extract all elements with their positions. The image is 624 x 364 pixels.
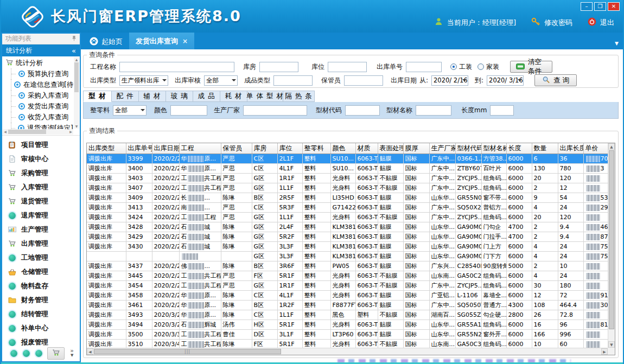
cell[interactable]: 广东中... [429,163,455,173]
cell[interactable]: ZYCJP5... [455,183,481,193]
cell[interactable]: 3458 [126,290,152,300]
cell[interactable]: B区 [252,193,277,202]
cell[interactable]: KLM3817 [330,222,355,232]
cell[interactable]: 国标 [403,154,429,163]
cell[interactable]: 1L1F [277,212,302,222]
cell[interactable]: 湖南百... [429,310,455,320]
column-header-5[interactable]: 库房 [252,143,277,154]
cell[interactable]: 国标 [403,173,429,183]
cell[interactable]: 陈琳 [221,222,252,232]
cell[interactable]: 5R1F [277,271,302,280]
cell[interactable]: 3430 [126,241,152,251]
tree-item-1[interactable]: 在途信息查询[待 [11,79,73,90]
cell[interactable]: 石城 [179,241,221,251]
radio-industrial[interactable]: 工装 [450,62,472,72]
cell[interactable]: 贴膜 [378,222,403,232]
cell[interactable]: 贴膜 [378,202,403,212]
cell[interactable]: 1R1F [277,280,302,290]
cell[interactable]: 国标 [403,310,429,320]
cell[interactable]: 工共工程 [179,271,221,280]
cell[interactable]: 2L1F [277,154,302,163]
cell[interactable]: 36 [558,154,583,163]
cell[interactable]: 2020/3/2 [152,320,179,329]
close-button[interactable]: ✕ [608,2,620,11]
cell[interactable]: 国标 [403,261,429,271]
cell[interactable]: G区 [252,241,277,251]
cell[interactable]: 整料 [302,271,330,280]
cell[interactable]: C区 [252,202,277,212]
cell[interactable]: 山东华... [429,222,455,232]
change-password-link[interactable]: 修改密码 [544,18,572,28]
cell[interactable]: 108 [532,300,558,310]
cell[interactable]: ZTBY607 [455,163,481,173]
cell[interactable]: 不贴膜 [378,271,403,280]
material-tab-4[interactable]: 成 品 [193,91,220,102]
cell[interactable]: 调拨出库 [87,163,126,173]
cell[interactable]: KLM3817 [330,241,355,251]
cell[interactable]: 9.4 [558,232,583,241]
cell[interactable]: 广东中... [429,202,455,212]
cell[interactable]: 广东中... [429,183,455,193]
cell[interactable]: 整料 [302,202,330,212]
cell[interactable]: 广亚铝... [429,290,455,300]
material-tab-5[interactable]: 耗 材 [220,91,247,102]
cell[interactable]: H区 [252,320,277,329]
cell[interactable]: 6000 [506,193,532,202]
cart-shortcut-button[interactable] [47,347,65,360]
cell[interactable]: 16 [532,320,558,329]
cell[interactable]: 3428 [126,222,152,232]
cell[interactable]: 调拨出库 [87,271,126,280]
cell[interactable]: 2020/2/25 [152,154,179,163]
cell[interactable]: 严思 [221,271,252,280]
cell[interactable]: 3409 [126,193,152,202]
cell[interactable]: 1L1F [277,310,302,320]
profile-code-input[interactable] [345,105,380,116]
cell[interactable]: 4700 [506,232,532,241]
grid-hscroll-thumb[interactable]: ||| [94,349,281,354]
cell[interactable]: 6063-T5 [355,154,378,163]
cell[interactable]: 贴膜 [378,320,403,329]
cell[interactable]: 6063-T5 [355,202,378,212]
cell[interactable]: 2 [532,232,558,241]
cell[interactable]: 广东兴... [429,261,455,271]
cell[interactable]: 6063-T5 [355,251,378,261]
cell[interactable]: 24 [558,251,583,261]
cell[interactable]: 6063-T5 [355,241,378,251]
column-header-3[interactable]: 工程 [179,143,221,154]
cell[interactable]: 3413 [126,202,152,212]
cell[interactable] [87,251,126,261]
cell[interactable]: 窗不带... [481,193,506,202]
cell[interactable]: 708 [583,154,609,163]
scroll-down-icon[interactable]: ▼ [74,124,79,129]
scroll-right-icon[interactable]: ▶ [68,129,73,135]
cell[interactable]: 130 [532,163,558,173]
cell[interactable]: GR55N02 [455,193,481,202]
outbound-audit-select[interactable]: 全部 [204,75,238,86]
sidebar-item-13[interactable]: 补单中心 [2,321,80,335]
cell[interactable]: 6063-T5 [355,222,378,232]
cell[interactable]: 6063-T5 [355,261,378,271]
cell[interactable]: 整料 [302,183,330,193]
cell[interactable]: 组角码... [481,271,506,280]
cell[interactable]: 2020/2/27 [152,261,179,271]
cell[interactable]: 工共工程 [179,183,221,193]
cell[interactable]: 537 [583,193,609,202]
cell[interactable]: 光身料 [330,271,355,280]
table-row-0[interactable]: 调拨出库33992020/2/25华原...严思C区2L1F整料SU10...6… [87,154,615,163]
cell[interactable]: 光身料 [330,320,355,329]
cell[interactable]: 6000 [506,290,532,300]
order-no-input[interactable] [406,62,442,72]
cell[interactable]: 2020/2/28 [152,290,179,300]
cell[interactable]: 2972 [583,202,609,212]
cell[interactable] [179,251,221,261]
tree-item-5[interactable]: 退货查询[待定] [11,123,73,129]
cell[interactable] [221,251,252,261]
cell[interactable]: 曹佳 [221,329,252,339]
material-tab-1[interactable]: 配 件 [112,91,139,102]
cell[interactable]: 整料 [302,222,330,232]
cell[interactable]: 4300 [506,300,532,310]
cell[interactable]: GA90M06. [455,222,481,232]
cell[interactable]: 812 [583,320,609,329]
cell[interactable] [583,329,609,339]
cell[interactable]: ZYCJP5... [455,280,481,290]
